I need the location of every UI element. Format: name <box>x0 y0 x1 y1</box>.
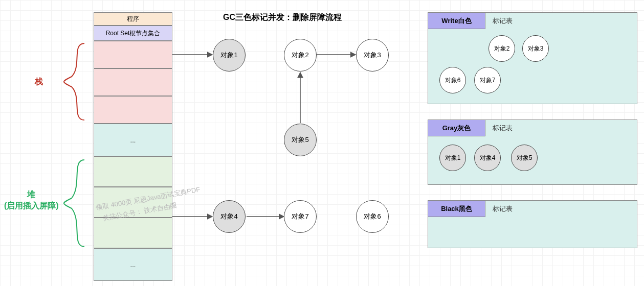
gray-table: Gray灰色 标记表 对象1 对象4 对象5 <box>428 120 637 185</box>
white-sub: 标记表 <box>485 16 513 26</box>
node-1: 对象1 <box>213 39 246 72</box>
node-3: 对象3 <box>356 39 389 72</box>
white-item-7: 对象7 <box>474 67 501 93</box>
gray-item-1: 对象1 <box>439 145 466 171</box>
node-6: 对象6 <box>356 200 389 233</box>
gray-title: Gray灰色 <box>428 120 485 136</box>
gray-sub: 标记表 <box>485 124 513 133</box>
gray-item-4: 对象4 <box>474 145 501 171</box>
black-title: Black黑色 <box>428 201 485 217</box>
white-item-6: 对象6 <box>439 67 466 93</box>
white-title: Write白色 <box>428 13 485 29</box>
node-2: 对象2 <box>284 39 317 72</box>
node-7: 对象7 <box>284 200 317 233</box>
gray-item-5: 对象5 <box>511 145 538 171</box>
white-item-3: 对象3 <box>522 35 549 62</box>
black-sub: 标记表 <box>485 204 513 213</box>
node-4: 对象4 <box>213 200 246 233</box>
white-item-2: 对象2 <box>488 35 515 62</box>
white-table: Write白色 标记表 对象2 对象3 对象6 对象7 <box>428 12 637 104</box>
black-table: Black黑色 标记表 <box>428 200 637 248</box>
node-5: 对象5 <box>284 124 317 156</box>
